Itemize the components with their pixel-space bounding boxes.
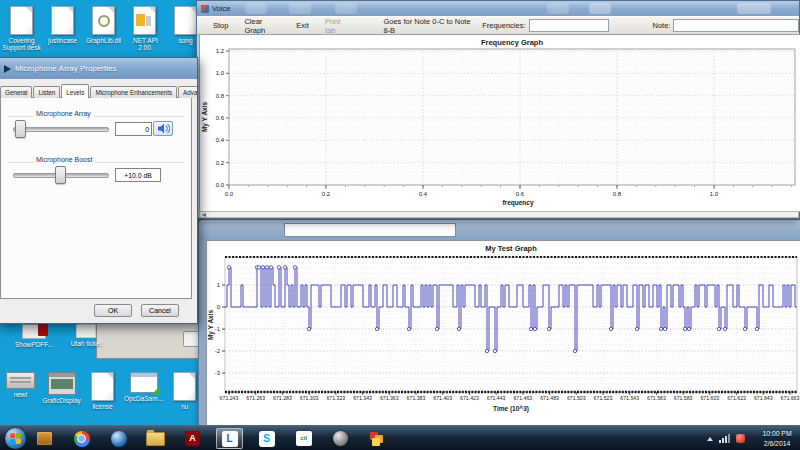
x-tick-label: 671.483 <box>540 395 559 401</box>
mic-boost-value[interactable] <box>115 168 161 182</box>
exit-menu[interactable]: Exit <box>288 21 317 30</box>
desktop-icon-label: justincase <box>42 37 83 44</box>
desktop-icon-graficdisplay[interactable]: GraficDisplay <box>41 372 82 410</box>
taskbar-icon-sphere-app[interactable] <box>327 428 354 449</box>
action-center-icon[interactable] <box>736 434 745 443</box>
data-point-marker <box>435 327 438 330</box>
tab-listen[interactable]: Listen <box>33 86 60 98</box>
desktop-icon-showpdff[interactable]: ShowPDFF... <box>8 324 60 348</box>
desktop-icon-opcdasam[interactable]: OpcDaSam... <box>123 372 164 410</box>
note-label: Note: <box>653 21 671 30</box>
taskbar-icon-adobe-reader[interactable]: A <box>179 428 206 449</box>
taskbar-icon-cil-app[interactable]: cil <box>290 428 317 449</box>
desktop-icon-newt[interactable]: newt <box>0 372 41 410</box>
data-point-marker <box>493 349 496 352</box>
x-axis-label: Time (10^3) <box>493 405 529 413</box>
frequencies-label: Frequencies: <box>482 21 525 30</box>
titlebar-ghost <box>589 3 611 14</box>
data-point-marker <box>663 327 666 330</box>
system-tray: 10:00 PM 2/6/2014 <box>707 426 797 450</box>
mic-array-slider[interactable] <box>13 120 109 137</box>
dialog-tab-panel: Microphone Array Microphone Boost <box>0 97 192 299</box>
desktop-icon-label: Covering Support desk <box>1 37 42 52</box>
speaker-icon <box>157 123 170 134</box>
data-point-marker <box>407 327 410 330</box>
mic-array-mute-button[interactable] <box>153 121 173 136</box>
desktop-icon-justincase[interactable]: justincase <box>42 6 83 52</box>
mic-array-group-label: Microphone Array <box>33 110 94 117</box>
y-tick-label: 1 <box>217 282 221 288</box>
x-tick-label: 671.303 <box>300 395 319 401</box>
x-tick-label: 671.363 <box>380 395 399 401</box>
taskbar: ALScil 10:00 PM 2/6/2014 <box>0 425 800 450</box>
mic-boost-slider[interactable] <box>13 166 109 183</box>
tab-general[interactable]: General <box>0 86 32 98</box>
data-point-marker <box>375 327 378 330</box>
desktop-icon-label: .NET API 2.00 <box>124 37 165 52</box>
network-icon[interactable] <box>719 434 730 443</box>
desktop-icon-label: OpcDaSam... <box>123 395 164 402</box>
hidden-icons-arrow[interactable] <box>707 437 713 441</box>
scrollbar-left-arrow[interactable] <box>202 213 206 217</box>
test-graph-note-input[interactable] <box>284 223 456 237</box>
horizontal-scrollbar[interactable] <box>199 211 799 218</box>
desktop-icon-utah-ticket[interactable]: Utah ticket <box>60 324 112 348</box>
data-point-marker <box>609 327 612 330</box>
y-tick-label: -1 <box>215 326 221 332</box>
x-tick-label: 671.323 <box>326 395 345 401</box>
tab-microphone-enhancements[interactable]: Microphone Enhancements <box>90 86 177 98</box>
desktop-icon-covering-support-desk[interactable]: Covering Support desk <box>1 6 42 52</box>
taskbar-clock[interactable]: 10:00 PM 2/6/2014 <box>757 429 797 447</box>
data-point-marker <box>547 327 550 330</box>
taskbar-icon-blue-app[interactable] <box>105 428 132 449</box>
clock-date: 2/6/2014 <box>757 439 797 448</box>
print-tab-menu[interactable]: Print tab <box>317 17 358 35</box>
voice-titlebar[interactable]: Voice <box>197 1 799 16</box>
taskbar-icon-skype[interactable]: S <box>253 428 280 449</box>
x-tick-label: 671.623 <box>727 395 746 401</box>
y-tick-label: 1.0 <box>216 70 225 76</box>
x-tick-label: 671.503 <box>567 395 586 401</box>
stop-menu[interactable]: Stop <box>205 21 236 30</box>
my-test-graph-chart: 10-1-2-3671.243671.263671.283671.303671.… <box>207 241 800 425</box>
mic-array-value[interactable] <box>115 122 152 136</box>
data-point-marker <box>723 327 726 330</box>
chart-title: Frequency Graph <box>481 38 544 47</box>
test-graph-window-titlebar[interactable] <box>199 220 800 240</box>
desktop-icon-label: Utah ticket <box>60 340 112 347</box>
mic-array-slider-thumb[interactable] <box>15 120 26 138</box>
taskbar-icon-graph-app[interactable]: L <box>216 428 243 449</box>
clear-graph-menu[interactable]: Clear Graph <box>236 17 288 35</box>
desktop-icon-net-api-2-00[interactable]: .NET API 2.00 <box>124 6 165 52</box>
taskbar-icon-folder[interactable] <box>142 428 169 449</box>
desktop-icon-label: GraphLib.dll <box>83 37 124 44</box>
taskbar-icon-chrome[interactable] <box>68 428 95 449</box>
cancel-button[interactable]: Cancel <box>141 304 179 317</box>
desktop-icon-label: GraficDisplay <box>41 397 82 404</box>
x-tick-label: 671.443 <box>487 395 506 401</box>
taskbar-icon-outlook[interactable] <box>31 428 58 449</box>
data-point-marker <box>635 327 638 330</box>
x-tick-label: 671.263 <box>246 395 265 401</box>
taskbar-icons: ALScil <box>31 427 391 450</box>
mic-boost-group-label: Microphone Boost <box>33 156 95 163</box>
y-tick-label: 0.8 <box>216 93 225 99</box>
data-point-marker <box>283 266 286 269</box>
desktop-icon-graphlib-dll[interactable]: GraphLib.dll <box>83 6 124 52</box>
ok-button[interactable]: OK <box>94 304 132 317</box>
x-axis-label: frequency <box>502 199 533 207</box>
tab-levels[interactable]: Levels <box>61 84 89 98</box>
desktop-icon-license[interactable]: license <box>82 372 123 410</box>
voice-window: Voice Stop Clear Graph Exit Print tab Go… <box>196 0 800 219</box>
mic-boost-slider-thumb[interactable] <box>55 166 66 184</box>
desktop-icon-label: license <box>82 403 123 410</box>
frequencies-input[interactable] <box>529 19 609 32</box>
note-input[interactable] <box>673 19 799 32</box>
data-point-marker <box>277 266 280 269</box>
tab-advanced[interactable]: Advanced <box>178 86 198 98</box>
taskbar-icon-colors-app[interactable] <box>364 428 391 449</box>
data-point-marker <box>307 327 310 330</box>
dialog-titlebar[interactable]: Microphone Array Properties <box>0 58 197 79</box>
start-button[interactable] <box>5 428 26 449</box>
data-point-marker <box>687 327 690 330</box>
